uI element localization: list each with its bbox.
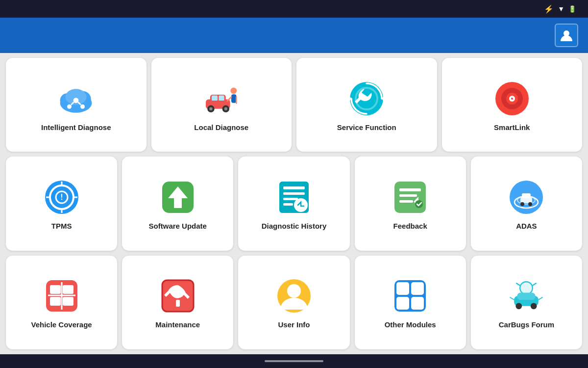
intelligent-diagnose-icon — [56, 79, 96, 118]
maintenance-tile[interactable]: Maintenance — [122, 256, 233, 349]
svg-rect-45 — [283, 203, 293, 206]
svg-point-30 — [511, 98, 513, 100]
adas-tile[interactable]: ADAS — [471, 157, 582, 250]
svg-rect-44 — [283, 198, 298, 200]
svg-rect-80 — [517, 293, 536, 300]
adas-label: ADAS — [516, 222, 537, 231]
svg-rect-74 — [396, 297, 409, 310]
home-indicator — [265, 360, 323, 362]
svg-line-77 — [516, 284, 520, 286]
vehicle-coverage-icon — [42, 276, 81, 315]
smartlink-icon — [492, 79, 532, 118]
svg-point-5 — [74, 98, 79, 103]
service-function-label: Service Function — [337, 123, 396, 132]
local-diagnose-tile[interactable]: Local Diagnose — [151, 58, 292, 152]
other-modules-tile[interactable]: Other Modules — [355, 256, 466, 349]
bluetooth-icon: ⚡ — [544, 4, 554, 14]
svg-point-58 — [528, 202, 532, 206]
svg-rect-12 — [212, 95, 218, 100]
battery-icon: 🔋 — [568, 5, 576, 13]
bottom-bar — [0, 354, 588, 368]
svg-point-82 — [531, 303, 537, 310]
adas-icon — [507, 178, 546, 217]
software-update-tile[interactable]: Software Update — [122, 157, 233, 250]
svg-rect-50 — [399, 200, 413, 203]
svg-point-76 — [520, 282, 533, 295]
smartlink-tile[interactable]: SmartLink — [442, 58, 583, 152]
other-modules-label: Other Modules — [385, 320, 436, 329]
svg-rect-47 — [394, 182, 426, 213]
svg-point-7 — [80, 104, 85, 108]
svg-rect-61 — [63, 285, 74, 294]
other-modules-icon — [391, 276, 430, 315]
svg-rect-60 — [50, 285, 61, 294]
svg-rect-75 — [411, 297, 424, 310]
svg-rect-63 — [63, 297, 74, 306]
svg-point-17 — [224, 107, 227, 110]
feedback-tile[interactable]: Feedback — [355, 157, 466, 250]
grid-row-2: ! TPMS Software Update Diagnostic Histor… — [6, 157, 582, 250]
carbugs-forum-tile[interactable]: CarBugs Forum — [471, 256, 582, 349]
carbugs-forum-label: CarBugs Forum — [499, 320, 554, 329]
svg-rect-42 — [283, 186, 305, 189]
svg-point-57 — [520, 202, 524, 206]
grid-row-3: Vehicle Coverage Maintenance User Info O… — [6, 256, 582, 349]
svg-point-18 — [230, 87, 237, 94]
svg-line-84 — [539, 298, 542, 300]
svg-rect-62 — [50, 297, 61, 306]
svg-rect-68 — [176, 300, 180, 307]
svg-line-78 — [532, 284, 536, 286]
service-function-icon — [347, 79, 386, 118]
status-right: ⚡ ▼ 🔋 — [544, 4, 580, 14]
diagnostic-history-icon — [274, 178, 314, 217]
svg-point-15 — [209, 107, 212, 110]
svg-rect-43 — [283, 192, 305, 195]
svg-rect-72 — [396, 282, 409, 295]
diagnostic-history-tile[interactable]: Diagnostic History — [238, 157, 349, 250]
feedback-icon — [391, 178, 430, 217]
grid-row-1: Intelligent Diagnose Local Diagnose Serv… — [6, 58, 582, 152]
carbugs-forum-icon — [507, 276, 546, 315]
svg-rect-49 — [399, 194, 417, 197]
tpms-label: TPMS — [51, 222, 72, 231]
header — [0, 18, 588, 53]
status-bar: ⚡ ▼ 🔋 — [0, 0, 588, 18]
software-update-icon — [158, 178, 197, 217]
wifi-icon: ▼ — [558, 5, 564, 13]
local-diagnose-label: Local Diagnose — [194, 123, 248, 132]
software-update-label: Software Update — [149, 222, 207, 231]
vehicle-coverage-label: Vehicle Coverage — [31, 320, 92, 329]
user-info-icon — [274, 276, 314, 315]
svg-rect-56 — [522, 193, 531, 198]
svg-text:!: ! — [60, 193, 63, 201]
user-info-label: User Info — [278, 320, 310, 329]
maintenance-icon — [158, 276, 197, 315]
intelligent-diagnose-tile[interactable]: Intelligent Diagnose — [6, 58, 147, 152]
svg-point-70 — [287, 284, 301, 298]
smartlink-label: SmartLink — [494, 123, 530, 132]
svg-rect-13 — [219, 95, 224, 100]
svg-point-51 — [415, 200, 423, 208]
svg-rect-73 — [411, 282, 424, 295]
svg-rect-19 — [231, 94, 236, 103]
svg-rect-48 — [399, 188, 421, 191]
diagnostic-history-label: Diagnostic History — [262, 222, 327, 231]
tpms-icon: ! — [42, 178, 81, 217]
svg-point-6 — [67, 104, 72, 108]
maintenance-label: Maintenance — [155, 320, 200, 329]
tpms-tile[interactable]: ! TPMS — [6, 157, 117, 250]
local-diagnose-icon — [202, 79, 241, 118]
user-info-tile[interactable]: User Info — [238, 256, 349, 349]
feedback-label: Feedback — [393, 222, 427, 231]
svg-line-83 — [511, 298, 514, 300]
main-grid: Intelligent Diagnose Local Diagnose Serv… — [0, 53, 588, 354]
user-icon-button[interactable] — [555, 24, 578, 47]
svg-point-81 — [516, 303, 522, 310]
intelligent-diagnose-label: Intelligent Diagnose — [41, 123, 111, 132]
vehicle-coverage-tile[interactable]: Vehicle Coverage — [6, 256, 117, 349]
service-function-tile[interactable]: Service Function — [296, 58, 437, 152]
